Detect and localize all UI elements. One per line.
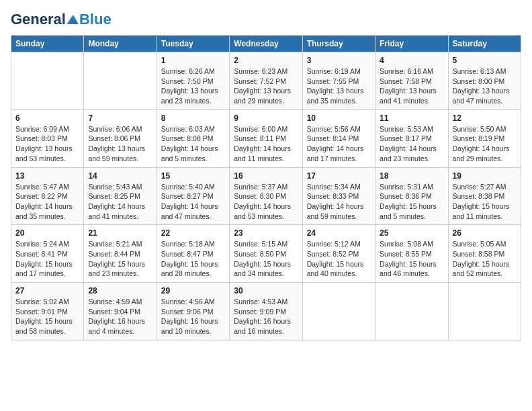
day-cell: 11Sunrise: 5:53 AM Sunset: 8:17 PM Dayli… [375, 109, 448, 167]
day-cell: 14Sunrise: 5:43 AM Sunset: 8:25 PM Dayli… [84, 167, 157, 225]
day-cell: 7Sunrise: 6:06 AM Sunset: 8:06 PM Daylig… [84, 109, 157, 167]
day-number: 14 [88, 171, 152, 181]
day-cell: 9Sunrise: 6:00 AM Sunset: 8:11 PM Daylig… [230, 109, 302, 167]
week-row-2: 6Sunrise: 6:09 AM Sunset: 8:03 PM Daylig… [11, 109, 521, 167]
day-detail: Sunrise: 4:56 AM Sunset: 9:06 PM Dayligh… [161, 297, 225, 336]
day-number: 1 [161, 56, 225, 65]
day-cell [11, 52, 84, 110]
day-cell: 26Sunrise: 5:05 AM Sunset: 8:58 PM Dayli… [448, 225, 521, 283]
day-cell: 25Sunrise: 5:08 AM Sunset: 8:55 PM Dayli… [375, 225, 448, 283]
day-cell: 19Sunrise: 5:27 AM Sunset: 8:38 PM Dayli… [448, 167, 521, 225]
day-cell: 23Sunrise: 5:15 AM Sunset: 8:50 PM Dayli… [230, 225, 302, 283]
day-cell: 22Sunrise: 5:18 AM Sunset: 8:47 PM Dayli… [157, 225, 229, 283]
day-cell: 16Sunrise: 5:37 AM Sunset: 8:30 PM Dayli… [230, 167, 302, 225]
week-row-3: 13Sunrise: 5:47 AM Sunset: 8:22 PM Dayli… [11, 167, 521, 225]
day-cell: 13Sunrise: 5:47 AM Sunset: 8:22 PM Dayli… [11, 167, 84, 225]
day-detail: Sunrise: 6:06 AM Sunset: 8:06 PM Dayligh… [88, 124, 152, 164]
day-cell: 3Sunrise: 6:19 AM Sunset: 7:55 PM Daylig… [302, 52, 375, 110]
day-detail: Sunrise: 5:12 AM Sunset: 8:52 PM Dayligh… [307, 239, 371, 279]
day-header-tuesday: Tuesday [157, 36, 229, 52]
day-detail: Sunrise: 5:43 AM Sunset: 8:25 PM Dayligh… [88, 182, 152, 222]
day-cell [302, 283, 375, 340]
day-number: 7 [88, 113, 152, 123]
day-detail: Sunrise: 5:21 AM Sunset: 8:44 PM Dayligh… [88, 239, 152, 279]
day-cell: 1Sunrise: 6:26 AM Sunset: 7:50 PM Daylig… [157, 52, 229, 110]
day-detail: Sunrise: 6:23 AM Sunset: 7:52 PM Dayligh… [234, 66, 298, 106]
week-row-4: 20Sunrise: 5:24 AM Sunset: 8:41 PM Dayli… [11, 225, 521, 283]
day-cell [448, 283, 521, 340]
page-header: General Blue [11, 11, 521, 28]
day-number: 9 [234, 113, 298, 123]
day-cell: 6Sunrise: 6:09 AM Sunset: 8:03 PM Daylig… [11, 109, 84, 167]
day-cell: 8Sunrise: 6:03 AM Sunset: 8:08 PM Daylig… [157, 109, 229, 167]
day-cell: 10Sunrise: 5:56 AM Sunset: 8:14 PM Dayli… [302, 109, 375, 167]
day-cell: 30Sunrise: 4:53 AM Sunset: 9:09 PM Dayli… [230, 283, 302, 340]
day-cell: 21Sunrise: 5:21 AM Sunset: 8:44 PM Dayli… [84, 225, 157, 283]
calendar-table: SundayMondayTuesdayWednesdayThursdayFrid… [11, 35, 521, 340]
day-cell: 20Sunrise: 5:24 AM Sunset: 8:41 PM Dayli… [11, 225, 84, 283]
day-number: 16 [234, 171, 298, 181]
day-header-sunday: Sunday [11, 36, 84, 52]
day-cell: 15Sunrise: 5:40 AM Sunset: 8:27 PM Dayli… [157, 167, 229, 225]
day-detail: Sunrise: 5:53 AM Sunset: 8:17 PM Dayligh… [380, 124, 443, 164]
day-number: 17 [307, 171, 371, 181]
day-number: 4 [380, 56, 443, 65]
day-number: 19 [453, 171, 517, 181]
day-number: 25 [380, 228, 443, 238]
day-number: 28 [88, 286, 152, 295]
week-row-1: 1Sunrise: 6:26 AM Sunset: 7:50 PM Daylig… [11, 52, 521, 110]
day-detail: Sunrise: 5:56 AM Sunset: 8:14 PM Dayligh… [307, 124, 371, 164]
day-number: 13 [15, 171, 79, 181]
day-detail: Sunrise: 6:26 AM Sunset: 7:50 PM Dayligh… [161, 66, 225, 106]
logo: General Blue [11, 11, 112, 28]
day-detail: Sunrise: 6:03 AM Sunset: 8:08 PM Dayligh… [161, 124, 225, 164]
day-number: 6 [15, 113, 79, 123]
day-detail: Sunrise: 4:53 AM Sunset: 9:09 PM Dayligh… [234, 297, 298, 336]
day-number: 27 [15, 286, 79, 295]
day-header-saturday: Saturday [448, 36, 521, 52]
day-detail: Sunrise: 5:27 AM Sunset: 8:38 PM Dayligh… [453, 182, 517, 222]
day-number: 22 [161, 228, 225, 238]
logo-blue: Blue [79, 11, 112, 28]
logo-icon [66, 15, 79, 24]
day-cell [375, 283, 448, 340]
day-cell [84, 52, 157, 110]
week-row-5: 27Sunrise: 5:02 AM Sunset: 9:01 PM Dayli… [11, 283, 521, 340]
day-detail: Sunrise: 6:16 AM Sunset: 7:58 PM Dayligh… [380, 66, 443, 106]
day-detail: Sunrise: 6:09 AM Sunset: 8:03 PM Dayligh… [15, 124, 79, 164]
day-number: 30 [234, 286, 298, 295]
day-detail: Sunrise: 5:02 AM Sunset: 9:01 PM Dayligh… [15, 297, 79, 336]
header-row: SundayMondayTuesdayWednesdayThursdayFrid… [11, 36, 521, 52]
day-detail: Sunrise: 5:15 AM Sunset: 8:50 PM Dayligh… [234, 239, 298, 279]
day-detail: Sunrise: 4:59 AM Sunset: 9:04 PM Dayligh… [88, 297, 152, 336]
day-detail: Sunrise: 5:40 AM Sunset: 8:27 PM Dayligh… [161, 182, 225, 222]
day-number: 20 [15, 228, 79, 238]
day-number: 24 [307, 228, 371, 238]
day-number: 15 [161, 171, 225, 181]
day-detail: Sunrise: 5:24 AM Sunset: 8:41 PM Dayligh… [15, 239, 79, 279]
day-detail: Sunrise: 5:50 AM Sunset: 8:19 PM Dayligh… [453, 124, 517, 164]
day-detail: Sunrise: 6:19 AM Sunset: 7:55 PM Dayligh… [307, 66, 371, 106]
day-cell: 4Sunrise: 6:16 AM Sunset: 7:58 PM Daylig… [375, 52, 448, 110]
day-number: 2 [234, 56, 298, 65]
day-header-wednesday: Wednesday [230, 36, 302, 52]
day-number: 3 [307, 56, 371, 65]
day-number: 21 [88, 228, 152, 238]
day-number: 18 [380, 171, 443, 181]
day-cell: 17Sunrise: 5:34 AM Sunset: 8:33 PM Dayli… [302, 167, 375, 225]
day-detail: Sunrise: 6:00 AM Sunset: 8:11 PM Dayligh… [234, 124, 298, 164]
day-number: 29 [161, 286, 225, 295]
day-cell: 18Sunrise: 5:31 AM Sunset: 8:36 PM Dayli… [375, 167, 448, 225]
day-number: 8 [161, 113, 225, 123]
day-detail: Sunrise: 5:08 AM Sunset: 8:55 PM Dayligh… [380, 239, 443, 279]
day-detail: Sunrise: 6:13 AM Sunset: 8:00 PM Dayligh… [453, 66, 517, 106]
day-number: 5 [453, 56, 517, 65]
day-cell: 5Sunrise: 6:13 AM Sunset: 8:00 PM Daylig… [448, 52, 521, 110]
day-number: 12 [453, 113, 517, 123]
day-number: 10 [307, 113, 371, 123]
day-detail: Sunrise: 5:37 AM Sunset: 8:30 PM Dayligh… [234, 182, 298, 222]
day-cell: 28Sunrise: 4:59 AM Sunset: 9:04 PM Dayli… [84, 283, 157, 340]
day-detail: Sunrise: 5:05 AM Sunset: 8:58 PM Dayligh… [453, 239, 517, 279]
day-header-thursday: Thursday [302, 36, 375, 52]
day-cell: 24Sunrise: 5:12 AM Sunset: 8:52 PM Dayli… [302, 225, 375, 283]
